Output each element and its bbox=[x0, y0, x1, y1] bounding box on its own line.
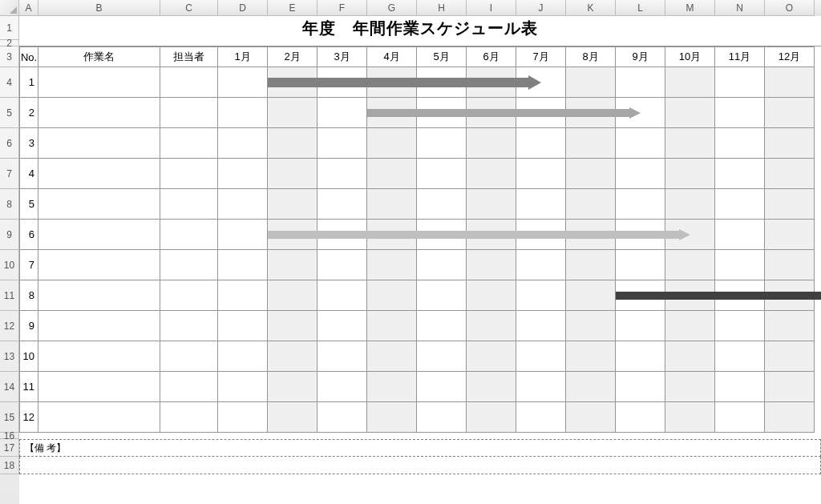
col-header-M[interactable]: M bbox=[665, 0, 715, 16]
row-header-16[interactable]: 16 bbox=[0, 433, 19, 439]
month-cell[interactable] bbox=[665, 220, 715, 250]
month-cell[interactable] bbox=[765, 341, 815, 372]
month-cell[interactable] bbox=[417, 220, 467, 250]
month-cell[interactable] bbox=[317, 189, 367, 220]
month-cell[interactable] bbox=[516, 220, 566, 250]
month-cell[interactable] bbox=[268, 250, 317, 280]
month-cell[interactable] bbox=[218, 372, 268, 402]
remarks-body[interactable] bbox=[19, 457, 821, 474]
month-cell[interactable] bbox=[516, 159, 566, 189]
month-cell[interactable] bbox=[516, 372, 566, 402]
task-name-cell[interactable] bbox=[38, 341, 160, 372]
month-cell[interactable] bbox=[616, 189, 665, 220]
month-cell[interactable] bbox=[268, 280, 317, 311]
col-header-N[interactable]: N bbox=[715, 0, 765, 16]
month-cell[interactable] bbox=[317, 67, 367, 98]
row-header-13[interactable]: 13 bbox=[0, 341, 19, 372]
month-cell[interactable] bbox=[566, 341, 616, 372]
month-cell[interactable] bbox=[467, 402, 516, 433]
row-header-3[interactable]: 3 bbox=[0, 46, 19, 67]
month-cell[interactable] bbox=[467, 128, 516, 159]
task-name-cell[interactable] bbox=[38, 98, 160, 128]
month-cell[interactable] bbox=[566, 402, 616, 433]
month-cell[interactable] bbox=[616, 98, 665, 128]
month-cell[interactable] bbox=[566, 250, 616, 280]
row-header-10[interactable]: 10 bbox=[0, 250, 19, 280]
owner-cell[interactable] bbox=[160, 250, 218, 280]
month-cell[interactable] bbox=[616, 67, 665, 98]
month-cell[interactable] bbox=[218, 280, 268, 311]
month-cell[interactable] bbox=[765, 220, 815, 250]
task-name-cell[interactable] bbox=[38, 250, 160, 280]
month-cell[interactable] bbox=[268, 98, 317, 128]
month-cell[interactable] bbox=[317, 311, 367, 341]
month-cell[interactable] bbox=[417, 128, 467, 159]
month-cell[interactable] bbox=[417, 159, 467, 189]
month-cell[interactable] bbox=[367, 372, 417, 402]
row-header-17[interactable]: 17 bbox=[0, 439, 19, 457]
month-cell[interactable] bbox=[665, 128, 715, 159]
row-header-6[interactable]: 6 bbox=[0, 128, 19, 159]
month-cell[interactable] bbox=[417, 402, 467, 433]
month-cell[interactable] bbox=[268, 402, 317, 433]
month-cell[interactable] bbox=[417, 280, 467, 311]
month-cell[interactable] bbox=[218, 341, 268, 372]
month-cell[interactable] bbox=[317, 220, 367, 250]
col-header-B[interactable]: B bbox=[38, 0, 160, 16]
month-cell[interactable] bbox=[516, 402, 566, 433]
month-cell[interactable] bbox=[417, 341, 467, 372]
col-header-D[interactable]: D bbox=[218, 0, 268, 16]
month-cell[interactable] bbox=[665, 250, 715, 280]
month-cell[interactable] bbox=[467, 98, 516, 128]
month-cell[interactable] bbox=[417, 250, 467, 280]
month-cell[interactable] bbox=[417, 189, 467, 220]
owner-cell[interactable] bbox=[160, 402, 218, 433]
col-header-C[interactable]: C bbox=[160, 0, 218, 16]
owner-cell[interactable] bbox=[160, 128, 218, 159]
col-header-I[interactable]: I bbox=[467, 0, 516, 16]
month-cell[interactable] bbox=[367, 220, 417, 250]
month-cell[interactable] bbox=[765, 280, 815, 311]
month-cell[interactable] bbox=[566, 189, 616, 220]
month-cell[interactable] bbox=[715, 311, 765, 341]
month-cell[interactable] bbox=[516, 280, 566, 311]
row-header-4[interactable]: 4 bbox=[0, 67, 19, 98]
month-cell[interactable] bbox=[665, 159, 715, 189]
month-cell[interactable] bbox=[765, 159, 815, 189]
month-cell[interactable] bbox=[218, 189, 268, 220]
month-cell[interactable] bbox=[367, 189, 417, 220]
owner-cell[interactable] bbox=[160, 311, 218, 341]
month-cell[interactable] bbox=[317, 402, 367, 433]
month-cell[interactable] bbox=[218, 311, 268, 341]
row-header-14[interactable]: 14 bbox=[0, 372, 19, 402]
month-cell[interactable] bbox=[417, 98, 467, 128]
month-cell[interactable] bbox=[467, 189, 516, 220]
owner-cell[interactable] bbox=[160, 98, 218, 128]
month-cell[interactable] bbox=[765, 67, 815, 98]
month-cell[interactable] bbox=[218, 220, 268, 250]
month-cell[interactable] bbox=[715, 159, 765, 189]
month-cell[interactable] bbox=[665, 372, 715, 402]
month-cell[interactable] bbox=[268, 159, 317, 189]
month-cell[interactable] bbox=[467, 280, 516, 311]
col-header-A[interactable]: A bbox=[19, 0, 38, 16]
month-cell[interactable] bbox=[715, 250, 765, 280]
month-cell[interactable] bbox=[516, 98, 566, 128]
month-cell[interactable] bbox=[268, 67, 317, 98]
month-cell[interactable] bbox=[218, 98, 268, 128]
month-cell[interactable] bbox=[317, 341, 367, 372]
month-cell[interactable] bbox=[417, 311, 467, 341]
col-header-F[interactable]: F bbox=[317, 0, 367, 16]
owner-cell[interactable] bbox=[160, 159, 218, 189]
month-cell[interactable] bbox=[317, 159, 367, 189]
month-cell[interactable] bbox=[467, 311, 516, 341]
col-header-H[interactable]: H bbox=[417, 0, 467, 16]
month-cell[interactable] bbox=[317, 250, 367, 280]
month-cell[interactable] bbox=[616, 250, 665, 280]
month-cell[interactable] bbox=[616, 159, 665, 189]
month-cell[interactable] bbox=[467, 372, 516, 402]
col-header-G[interactable]: G bbox=[367, 0, 417, 16]
month-cell[interactable] bbox=[367, 250, 417, 280]
row-header-1[interactable]: 1 bbox=[0, 16, 19, 40]
month-cell[interactable] bbox=[367, 280, 417, 311]
